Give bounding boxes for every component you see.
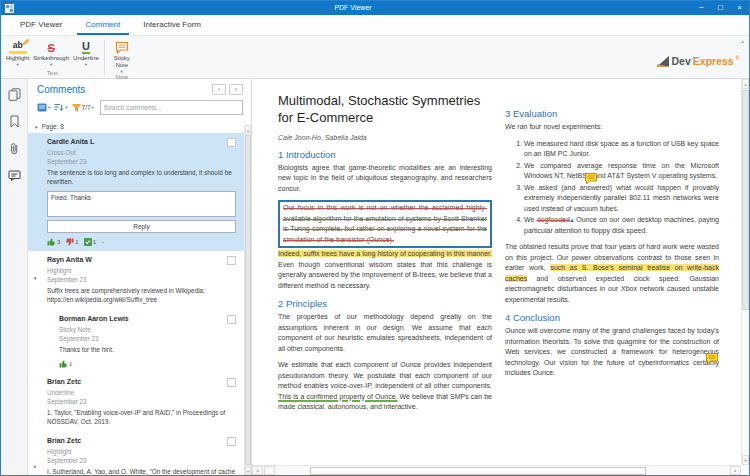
comment-card[interactable]: ▸ Brian Zetc Highlight September 23 I. S… bbox=[28, 432, 244, 475]
underline-annotation[interactable]: This is a confirmed property of Ounce. bbox=[278, 393, 398, 400]
comments-pane-icon[interactable] bbox=[8, 169, 21, 182]
resolved-check-icon[interactable] bbox=[84, 238, 92, 246]
chevron-down-icon: ▾ bbox=[17, 63, 19, 68]
app-icon bbox=[5, 4, 14, 13]
comment-checkbox[interactable] bbox=[227, 138, 236, 147]
previous-comment-button[interactable]: ‹ bbox=[212, 84, 226, 95]
comments-scrollbar[interactable]: ▴ ▾ bbox=[244, 125, 251, 475]
scroll-left-icon[interactable]: ◂ bbox=[252, 466, 263, 475]
sort-dropdown[interactable]: ▾ bbox=[54, 103, 67, 112]
strikethrough-button[interactable]: S Strikethrough ▾ bbox=[31, 38, 71, 67]
section-heading-evaluation: 3 Evaluation bbox=[505, 108, 719, 119]
next-comment-button[interactable]: › bbox=[229, 84, 243, 95]
maximize-button[interactable]: □ bbox=[711, 1, 730, 15]
comment-text: The sentence is too long and complex to … bbox=[47, 169, 236, 187]
more-actions[interactable]: - bbox=[102, 238, 104, 245]
paragraph: Ounce will overcome many of the grand ch… bbox=[505, 326, 719, 379]
comments-panel: Comments ‹ › ▾ bbox=[28, 79, 252, 475]
comment-card[interactable]: Brian Zetc Underline September 23 1. Tay… bbox=[28, 373, 244, 432]
underline-button[interactable]: U Underline ▾ bbox=[71, 38, 101, 67]
filter-dropdown[interactable]: 7/7 ▾ bbox=[72, 104, 94, 112]
thumbs-down-icon[interactable] bbox=[65, 238, 74, 246]
scrollbar-thumb[interactable] bbox=[310, 467, 646, 475]
comment-date: September 23 bbox=[47, 158, 236, 165]
sticky-note-icon bbox=[115, 41, 129, 54]
comment-card[interactable]: Cardle Anita L Cross-Out September 23 Th… bbox=[28, 133, 244, 251]
scroll-up-icon[interactable]: ▴ bbox=[245, 125, 251, 134]
paragraph: The obtained results prove that four yea… bbox=[505, 242, 719, 305]
highlight-annotation[interactable]: Indeed, suffix trees have a long history… bbox=[278, 250, 492, 257]
scroll-right-icon[interactable]: ▸ bbox=[730, 466, 741, 475]
tab-pdf-viewer[interactable]: PDF Viewer bbox=[11, 15, 72, 35]
paragraph: We estimate that each component of Ounce… bbox=[278, 360, 492, 413]
list-item: We asked (and answered) what would happe… bbox=[524, 183, 719, 215]
comments-toolbar: ▾ ▾ 7/7 ▾ bbox=[28, 97, 251, 120]
paragraph: We ran four novel experiments: bbox=[505, 122, 719, 133]
reply-input[interactable]: Fixed. Thanks bbox=[47, 191, 236, 217]
close-button[interactable]: × bbox=[730, 1, 749, 15]
comment-card[interactable]: Borman Aaron Lewis Sticky Note September… bbox=[28, 310, 244, 373]
chevron-down-icon: ▾ bbox=[85, 63, 87, 68]
struck-word[interactable]: dogfooded bbox=[537, 216, 570, 223]
chevron-down-icon: ▾ bbox=[48, 105, 50, 110]
crossout-annotation-box[interactable]: Our focus in this work is not on whether… bbox=[278, 200, 492, 248]
document-column-right: 3 Evaluation We ran four novel experimen… bbox=[505, 93, 719, 463]
highlight-icon: ab bbox=[9, 40, 27, 54]
comment-author: Brian Zetc bbox=[47, 437, 227, 444]
document-horizontal-scrollbar[interactable]: ◂ ▸ bbox=[252, 465, 741, 475]
minimize-button[interactable]: − bbox=[692, 1, 711, 15]
scrollbar-thumb[interactable] bbox=[742, 90, 749, 310]
struck-text: Our focus in this work is not on whether… bbox=[283, 204, 487, 243]
tab-interactive-form[interactable]: Interactive Form bbox=[134, 15, 210, 35]
sticky-note-annotation-icon[interactable] bbox=[705, 352, 719, 365]
thumbs-up-icon[interactable] bbox=[59, 360, 68, 368]
section-heading-principles: 2 Principles bbox=[278, 298, 492, 309]
bookmarks-icon[interactable] bbox=[8, 115, 21, 128]
section-heading-conclusion: 4 Conclusion bbox=[505, 312, 719, 323]
thumbnails-icon[interactable] bbox=[8, 88, 21, 101]
comment-date: September 23 bbox=[59, 335, 236, 342]
comment-checkbox[interactable] bbox=[227, 437, 236, 446]
collapse-ribbon-icon[interactable]: ▴ bbox=[741, 38, 744, 44]
page-group-header[interactable]: ▾ Page: 8 bbox=[28, 120, 251, 133]
comment-text: Thanks for the hint. bbox=[59, 346, 236, 355]
title-bar: PDF Viewer − □ × bbox=[1, 1, 749, 15]
section-heading-introduction: 1 Introduction bbox=[278, 149, 492, 160]
attachments-icon[interactable] bbox=[8, 142, 21, 155]
comments-panel-title: Comments bbox=[37, 84, 212, 95]
filter-funnel-icon bbox=[72, 104, 81, 112]
highlight-button[interactable]: ab Highlight ▾ bbox=[4, 38, 31, 67]
comment-checkbox[interactable] bbox=[227, 315, 236, 324]
search-comments-input[interactable] bbox=[100, 100, 243, 115]
expand-thread-icon[interactable]: ▸ bbox=[34, 463, 37, 469]
thumbs-up-icon[interactable] bbox=[47, 238, 56, 246]
pencil-icon bbox=[22, 38, 30, 46]
comment-author: Rayn Anita W bbox=[47, 256, 227, 263]
comments-list: Cardle Anita L Cross-Out September 23 Th… bbox=[28, 133, 244, 475]
sticky-note-button[interactable]: Sticky Note ▾ bbox=[108, 38, 136, 74]
comment-author: Cardle Anita L bbox=[47, 138, 227, 145]
scrollbar-thumb[interactable] bbox=[245, 135, 251, 465]
scroll-down-icon[interactable]: ▾ bbox=[742, 455, 749, 465]
comment-list-icon bbox=[37, 103, 47, 112]
comments-panel-header: Comments ‹ › bbox=[28, 79, 251, 97]
comment-checkbox[interactable] bbox=[227, 378, 236, 387]
ribbon-group-text: ab Highlight ▾ S Strikethrough ▾ bbox=[4, 36, 101, 78]
comment-link[interactable]: https://en.wikipedia.org/wiki/Suffix_tre… bbox=[47, 296, 236, 305]
tab-comment[interactable]: Comment bbox=[77, 15, 130, 35]
scroll-down-icon[interactable]: ▾ bbox=[245, 466, 251, 475]
comment-card[interactable]: ▾ Rayn Anita W Highlight September 23 Su… bbox=[28, 251, 244, 310]
document-area[interactable]: Multimodal, Stochastic Symmetries for E-… bbox=[252, 79, 749, 475]
chevron-down-icon: ▾ bbox=[65, 105, 67, 110]
comment-checkbox[interactable] bbox=[227, 256, 236, 265]
scroll-up-icon[interactable]: ▴ bbox=[742, 79, 749, 89]
comment-text-line: Suffix trees are comprehensively reviewe… bbox=[47, 287, 236, 296]
document-vertical-scrollbar[interactable]: ▴ ▾ bbox=[741, 79, 749, 465]
dislikes-count: 1 bbox=[75, 239, 78, 245]
chevron-down-icon: ▾ bbox=[35, 124, 38, 130]
collapse-thread-icon[interactable]: ▾ bbox=[34, 275, 37, 281]
scroll-left-page-icon[interactable] bbox=[264, 466, 275, 475]
view-mode-dropdown[interactable]: ▾ bbox=[37, 103, 50, 112]
sort-icon bbox=[54, 103, 64, 112]
reply-button[interactable]: Reply bbox=[47, 220, 236, 233]
